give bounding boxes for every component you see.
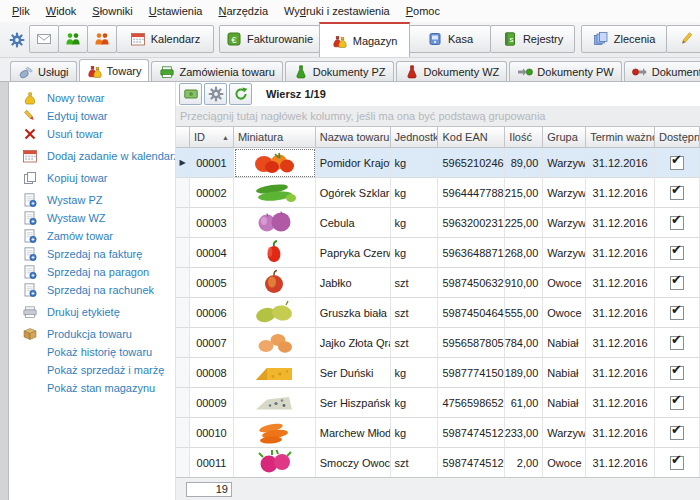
tab-fakturowanie[interactable]: €Fakturowanie [219,25,320,53]
cell-ean[interactable]: 5963648871471 [438,238,505,268]
column-header-miniatura[interactable]: Miniatura [234,126,316,148]
cell-ean[interactable]: 5965210246608 [438,148,505,178]
cell-unit[interactable]: kg [391,388,439,418]
cell-name[interactable]: Jajko Złota Qra L [316,328,391,358]
cell-id[interactable]: 00001 [190,148,234,178]
cell-id[interactable]: 00008 [190,358,234,388]
column-header-dostepny[interactable]: Dostępny [655,126,700,148]
cell-ean[interactable]: 5987450632554 [438,268,505,298]
cell-expiry[interactable]: 31.12.2016 [586,178,655,208]
cell-expiry[interactable]: 31.12.2016 [586,418,655,448]
cell-group[interactable]: Warzywa [543,178,586,208]
cell-expiry[interactable]: 31.12.2016 [586,448,655,477]
cell-unit[interactable]: kg [391,358,439,388]
cell-available[interactable]: ✔ [655,418,700,448]
cell-available[interactable]: ✔ [655,448,700,477]
cell-available[interactable]: ✔ [655,268,700,298]
cell-thumb[interactable] [234,238,316,268]
sidebar-item-dodaj-zadanie-w-kalendarzu[interactable]: Dodaj zadanie w kalendarzu [9,147,175,165]
cell-id[interactable]: 00006 [190,298,234,328]
sidebar-item-wystaw-wz[interactable]: Wystaw WZ [9,209,175,227]
sidebar-item-pokaz-stan-magazynu[interactable]: Pokaż stan magazynu [9,379,175,397]
sidebar-item-drukuj-etykiete[interactable]: Drukuj etykietę [9,303,175,321]
cell-available[interactable]: ✔ [655,388,700,418]
cell-thumb[interactable] [234,298,316,328]
subtab-towary[interactable]: Towary [79,59,150,82]
cell-group[interactable]: Warzywa [543,208,586,238]
menu-plik[interactable]: Plik [4,2,38,20]
cell-id[interactable]: 00005 [190,268,234,298]
cell-ean[interactable]: 5987774150211 [438,358,505,388]
available-checkbox[interactable]: ✔ [670,456,684,470]
cell-qty[interactable]: 225,00 [505,208,543,238]
cell-qty[interactable]: 910,00 [505,268,543,298]
cell-group[interactable]: Owoce [543,298,586,328]
cell-id[interactable]: 00003 [190,208,234,238]
cell-id[interactable]: 00011 [190,448,234,477]
cell-name[interactable]: Papryka Czerwona [316,238,391,268]
cell-thumb[interactable] [234,178,316,208]
table-row-00010[interactable]: 00010Marchew Młodakg59874745125562 233,0… [176,418,700,448]
column-header-nazwa-towaru[interactable]: Nazwa towaru [316,126,391,148]
table-row-00006[interactable]: 00006Gruszka białaszt5987450464448555,00… [176,298,700,328]
cell-expiry[interactable]: 31.12.2016 [586,388,655,418]
cell-unit[interactable]: kg [391,208,439,238]
cell-id[interactable]: 00007 [190,328,234,358]
cell-thumb[interactable] [234,388,316,418]
cell-ean[interactable]: 5987450464448 [438,298,505,328]
sidebar-item-sprzedaj-na-paragon[interactable]: Sprzedaj na paragon [9,263,175,281]
subtab-uslugi[interactable]: Usługi [10,61,77,81]
subtab-dokumenty-rw[interactable]: Dokumenty RW [624,61,700,81]
menu-widok[interactable]: Widok [38,2,85,20]
table-row-00009[interactable]: 00009Ser Hiszpańskikg475659865230161,00N… [176,388,700,418]
table-row-00011[interactable]: 00011Smoczy Owocszt59874745125562,00Owoc… [176,448,700,477]
tab-projekt[interactable]: Projekt [666,25,700,53]
menu-slowniki[interactable]: Słowniki [84,2,140,20]
table-row-00008[interactable]: 00008Ser Duńskikg5987774150211189,00Nabi… [176,358,700,388]
cell-name[interactable]: Marchew Młoda [316,418,391,448]
available-checkbox[interactable]: ✔ [670,276,684,290]
cell-group[interactable]: Owoce [543,448,586,477]
sidebar-item-wystaw-pz[interactable]: Wystaw PZ [9,191,175,209]
sidebar-item-zamow-towar[interactable]: Zamów towar [9,227,175,245]
cell-id[interactable]: 00009 [190,388,234,418]
cell-available[interactable]: ✔ [655,208,700,238]
cell-group[interactable]: Warzywa [543,148,586,178]
sidebar-item-nowy-towar[interactable]: Nowy towar [9,89,175,107]
column-header-jednostka[interactable]: Jednostka [391,126,439,148]
menu-narzedzia[interactable]: Narzędzia [210,2,276,20]
available-checkbox[interactable]: ✔ [670,396,684,410]
column-header-kod-ean[interactable]: Kod EAN [438,126,505,148]
cell-available[interactable]: ✔ [655,358,700,388]
cell-qty[interactable]: 89,00 [505,148,543,178]
cell-ean[interactable]: 5964447788501 [438,178,505,208]
cell-name[interactable]: Cebula [316,208,391,238]
cell-available[interactable]: ✔ [655,328,700,358]
cell-name[interactable]: Pomidor Krajowy [316,148,391,178]
grid-export-button[interactable] [179,83,202,105]
cell-group[interactable]: Warzywa [543,238,586,268]
available-checkbox[interactable]: ✔ [670,186,684,200]
cell-unit[interactable]: szt [391,448,439,477]
cell-qty[interactable]: 268,00 [505,238,543,268]
cell-name[interactable]: Smoczy Owoc [316,448,391,477]
cell-ean[interactable]: 5987474512556 [438,418,505,448]
available-checkbox[interactable]: ✔ [670,306,684,320]
cell-unit[interactable]: kg [391,418,439,448]
table-row-00007[interactable]: 00007Jajko Złota Qra Lszt595658780500278… [176,328,700,358]
cell-name[interactable]: Gruszka biała [316,298,391,328]
available-checkbox[interactable]: ✔ [670,216,684,230]
cell-ean[interactable]: 4756598652301 [438,388,505,418]
cell-thumb[interactable] [234,148,316,178]
subtab-zamowienia-towaru[interactable]: Zamówienia towaru [151,61,282,81]
column-header-grupa[interactable]: Grupa [543,126,586,148]
available-checkbox[interactable]: ✔ [670,336,684,350]
menu-wydruki-i-zestawienia[interactable]: Wydruki i zestawienia [276,2,398,20]
sidebar-item-pokaz-sprzedaz-i-marze[interactable]: Pokaż sprzedaż i marżę [9,361,175,379]
group-by-drop-zone[interactable]: Przeciągnij tutaj nagłówek kolumny, jeśl… [176,106,700,126]
sidebar-item-kopiuj-towar[interactable]: Kopiuj towar [9,169,175,187]
cell-group[interactable]: Nabiał [543,328,586,358]
sidebar-item-sprzedaj-na-fakture[interactable]: Sprzedaj na fakturę [9,245,175,263]
cell-expiry[interactable]: 31.12.2016 [586,268,655,298]
cell-available[interactable]: ✔ [655,238,700,268]
